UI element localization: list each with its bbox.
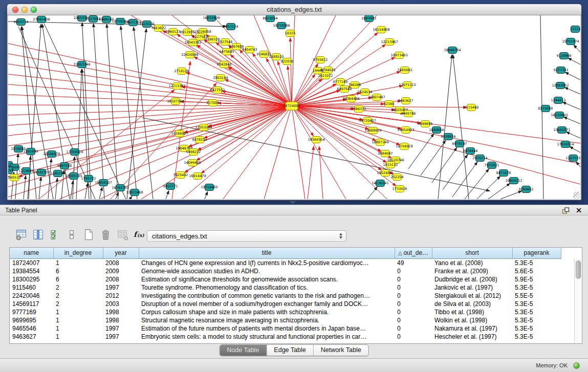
graph-node[interactable]: 17016514: [557, 141, 574, 148]
graph-node[interactable]: 8427552: [210, 87, 225, 94]
graph-node[interactable]: 2935114: [473, 155, 488, 162]
table-row[interactable]: 1938455462009Genome-wide association stu…: [10, 267, 575, 275]
close-panel-icon[interactable]: ✕: [576, 206, 582, 215]
delete-rows-trash-icon[interactable]: [99, 228, 112, 241]
graph-node[interactable]: 3624534: [358, 89, 373, 96]
column-header-year[interactable]: year: [103, 248, 139, 258]
graph-node[interactable]: 817004: [207, 100, 220, 106]
graph-node[interactable]: 22420046: [181, 52, 198, 58]
network-canvas[interactable]: 9055714276914061065328715276026466160107…: [8, 15, 580, 199]
graph-node[interactable]: 1581899: [24, 148, 38, 155]
float-panel-icon[interactable]: [562, 207, 570, 214]
graph-node[interactable]: 10654112: [505, 178, 522, 184]
graph-node[interactable]: 7932621: [485, 162, 499, 169]
graph-node[interactable]: 15692071: [553, 127, 570, 134]
graph-node[interactable]: 8878334: [192, 137, 207, 143]
close-window-button[interactable]: [12, 7, 18, 13]
graph-node[interactable]: 9699695: [418, 121, 433, 127]
tab-network-table[interactable]: Network Table: [313, 345, 368, 356]
graph-node[interactable]: 1795722: [81, 176, 96, 182]
graph-node[interactable]: 20364486: [342, 96, 359, 102]
graph-node[interactable]: 8215958: [538, 105, 553, 112]
rows-icon[interactable]: [65, 228, 78, 241]
graph-node[interactable]: 1733426: [393, 186, 407, 192]
graph-node[interactable]: 7986372: [352, 106, 366, 113]
table-scrollbar[interactable]: [574, 259, 582, 343]
graph-node[interactable]: 19716485: [201, 184, 217, 191]
graph-node[interactable]: 1167533: [566, 155, 580, 162]
column-header-short[interactable]: short: [432, 248, 512, 258]
graph-node[interactable]: 12975115: [399, 82, 416, 89]
graph-node[interactable]: 7485063: [398, 67, 412, 74]
graph-node[interactable]: 12353594: [195, 124, 212, 131]
graph-node[interactable]: 8960123: [166, 29, 181, 35]
graph-node[interactable]: 9474444: [463, 148, 478, 155]
column-header-name[interactable]: name: [10, 248, 53, 258]
graph-node[interactable]: 7625402: [173, 172, 188, 179]
graph-node[interactable]: 20206576: [43, 151, 60, 158]
graph-node[interactable]: 2718126: [175, 68, 189, 75]
new-table-icon[interactable]: [82, 228, 95, 241]
graph-node[interactable]: 8471676: [496, 170, 511, 177]
graph-node[interactable]: 16154808: [373, 27, 389, 33]
graph-node[interactable]: 14136141: [372, 180, 388, 187]
graph-node[interactable]: 17359928: [66, 149, 83, 156]
graph-node[interactable]: 9755812: [313, 57, 328, 63]
graph-node[interactable]: 1527602: [86, 16, 101, 23]
graph-node[interactable]: 16914479: [189, 173, 206, 180]
table-row[interactable]: 1830029562008Estimation of significance …: [10, 275, 575, 283]
graph-node[interactable]: 10807487: [368, 94, 385, 101]
graph-node[interactable]: 8813054: [263, 15, 278, 22]
graph-node[interactable]: 19654923: [397, 127, 414, 134]
graph-node[interactable]: 14099488: [184, 160, 201, 166]
graph-node[interactable]: 9245652: [519, 186, 534, 193]
graph-node[interactable]: 9475685: [220, 49, 234, 55]
zoom-window-button[interactable]: [31, 7, 37, 13]
graph-node[interactable]: 9857771: [163, 183, 178, 190]
table-scrollbar-thumb[interactable]: [576, 260, 581, 279]
graph-node[interactable]: 16648784: [444, 47, 461, 54]
graph-node[interactable]: 9463627: [399, 98, 413, 104]
graph-node[interactable]: 19384554: [308, 137, 324, 143]
graph-node[interactable]: 1145194: [51, 170, 66, 177]
graph-node[interactable]: 590513: [8, 174, 20, 181]
graph-node[interactable]: 11123: [570, 26, 580, 33]
graph-node[interactable]: 252254: [391, 174, 404, 181]
row-selection-icon[interactable]: [48, 228, 61, 241]
column-visibility-icon[interactable]: [31, 228, 45, 241]
graph-node[interactable]: 19166827: [171, 130, 188, 137]
graph-node[interactable]: 62160: [384, 101, 395, 107]
window-titlebar[interactable]: citations_edges.txt: [7, 4, 581, 15]
delete-table-icon[interactable]: [116, 228, 129, 241]
graph-node[interactable]: 8938924: [441, 134, 456, 140]
table-row[interactable]: 2242004622012Investigating the contribut…: [10, 292, 575, 300]
graph-node[interactable]: 27691406: [33, 16, 50, 23]
graph-node[interactable]: 19756928: [396, 143, 412, 150]
graph-node[interactable]: 18325: [285, 30, 296, 37]
graph-node[interactable]: 5498222: [186, 149, 201, 156]
graph-node[interactable]: 18807249: [372, 139, 388, 146]
table-selector-dropdown[interactable]: citations_edges.txt: [147, 230, 346, 242]
graph-node[interactable]: 33159: [8, 167, 13, 174]
graph-node[interactable]: 19218586: [273, 23, 290, 29]
table-row[interactable]: 946362711997Embryonic stem cells: a mode…: [10, 333, 575, 341]
table-panel-header[interactable]: Table Panel ✕: [0, 205, 588, 215]
column-header-pagerank[interactable]: pagerank: [512, 248, 561, 258]
graph-node[interactable]: 6497568: [337, 86, 352, 93]
panel-splitter-handle[interactable]: [290, 201, 296, 204]
graph-node[interactable]: 10973493: [390, 52, 407, 59]
table-row[interactable]: 1456911722003Disruption of a novel membe…: [10, 300, 575, 308]
graph-node[interactable]: 12923468: [126, 189, 143, 196]
graph-node[interactable]: 9097588: [57, 163, 72, 169]
graph-node[interactable]: 7857224: [224, 24, 238, 30]
graph-node[interactable]: 12505195: [65, 173, 82, 180]
minimize-window-button[interactable]: [21, 7, 28, 13]
column-header-title[interactable]: title: [139, 248, 395, 258]
column-header-in_degree[interactable]: in_degree: [53, 248, 103, 258]
function-builder-icon[interactable]: f (x): [133, 228, 146, 241]
graph-node[interactable]: 2367608: [229, 43, 244, 50]
tab-node-table[interactable]: Node Table: [220, 345, 266, 356]
table-row[interactable]: 946554611997Estimation of the future num…: [10, 324, 575, 333]
graph-node[interactable]: 9129966: [557, 53, 572, 59]
graph-node[interactable]: 18724007: [283, 102, 300, 110]
